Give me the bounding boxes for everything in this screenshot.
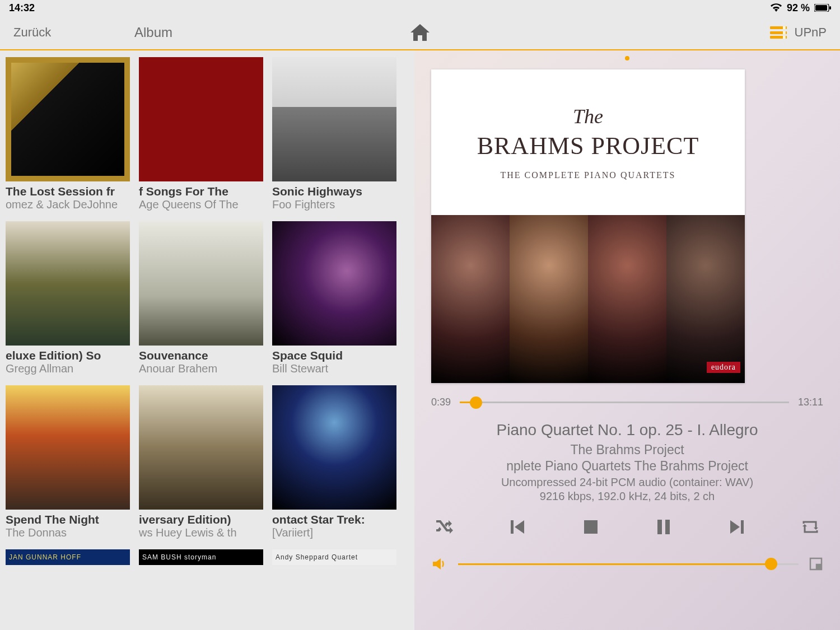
page-indicator-dot — [625, 56, 629, 60]
stop-button[interactable] — [578, 514, 604, 540]
main-content: The Lost Session fr omez & Jack DeJohne … — [0, 50, 840, 630]
album-item[interactable]: Souvenance Anouar Brahem — [139, 221, 268, 375]
album-art-partial[interactable]: Andy Sheppard Quartet — [272, 549, 396, 565]
album-art — [272, 57, 396, 181]
album-item[interactable]: Space Squid Bill Stewart — [272, 221, 401, 375]
svg-rect-9 — [816, 564, 821, 569]
server-icon — [770, 26, 787, 39]
cover-text-title: BRAHMS PROJECT — [477, 132, 699, 160]
album-title: Space Squid — [272, 349, 401, 362]
track-bitrate: 9216 kbps, 192.0 kHz, 24 bits, 2 ch — [414, 490, 840, 503]
album-item[interactable]: iversary Edition) ws Huey Lewis & th — [139, 385, 268, 539]
svg-rect-5 — [657, 520, 662, 534]
status-time: 14:32 — [9, 2, 35, 14]
progress-row: 0:39 13:11 — [431, 396, 823, 408]
home-button[interactable] — [410, 24, 430, 41]
album-artist: omez & Jack DeJohne — [6, 198, 134, 211]
server-selector[interactable]: UPnP — [770, 25, 827, 40]
album-cover[interactable]: The BRAHMS PROJECT THE COMPLETE PIANO QU… — [431, 69, 745, 383]
track-album-line: nplete Piano Quartets The Brahms Project — [414, 459, 840, 474]
status-right: 92 % — [770, 2, 831, 14]
svg-rect-2 — [829, 6, 831, 10]
album-item[interactable]: eluxe Edition) So Gregg Allman — [6, 221, 134, 375]
cover-text-sub: THE COMPLETE PIANO QUARTETS — [500, 170, 675, 180]
album-item[interactable]: Spend The Night The Donnas — [6, 385, 134, 539]
album-art — [6, 385, 130, 510]
album-art — [6, 57, 130, 181]
repeat-button[interactable] — [797, 514, 823, 540]
cover-photo-strip: eudora — [431, 215, 745, 383]
album-art — [139, 385, 263, 510]
now-playing-pane: The BRAHMS PROJECT THE COMPLETE PIANO QU… — [414, 50, 840, 630]
status-bar: 14:32 92 % — [0, 0, 840, 16]
album-art — [272, 221, 396, 346]
pause-button[interactable] — [651, 514, 676, 540]
album-item[interactable]: Sonic Highways Foo Fighters — [272, 57, 401, 211]
progress-thumb[interactable] — [470, 396, 482, 409]
back-button[interactable]: Zurück — [13, 25, 51, 40]
fullscreen-button[interactable] — [809, 557, 823, 571]
album-art — [139, 221, 263, 346]
album-item[interactable]: The Lost Session fr omez & Jack DeJohne — [6, 57, 134, 211]
album-artist: ws Huey Lewis & th — [139, 526, 268, 539]
nav-bar: Zurück Album UPnP — [0, 16, 840, 49]
volume-thumb[interactable] — [765, 558, 777, 570]
track-artist: The Brahms Project — [414, 442, 840, 458]
album-title: iversary Edition) — [139, 513, 268, 526]
volume-fill — [458, 563, 771, 565]
album-art — [139, 57, 263, 181]
volume-row — [431, 556, 823, 572]
server-label: UPnP — [795, 25, 827, 40]
album-artist: Bill Stewart — [272, 362, 401, 375]
battery-percent: 92 % — [787, 2, 810, 14]
track-title: Piano Quartet No. 1 op. 25 - I. Allegro — [414, 421, 840, 439]
album-title: ontact Star Trek: — [272, 513, 401, 526]
album-art-partial[interactable]: JAN GUNNAR HOFF — [6, 549, 130, 565]
wifi-icon — [770, 3, 782, 12]
previous-button[interactable] — [505, 514, 530, 540]
album-artist: Foo Fighters — [272, 198, 401, 211]
svg-rect-1 — [815, 5, 827, 11]
album-title: f Songs For The — [139, 185, 268, 198]
album-art — [6, 221, 130, 346]
page-title: Album — [134, 25, 172, 40]
cover-text-the: The — [573, 105, 603, 128]
volume-slider[interactable] — [458, 563, 799, 565]
album-art-partial[interactable]: SAM BUSH storyman — [139, 549, 263, 565]
album-artist: The Donnas — [6, 526, 134, 539]
album-item[interactable]: f Songs For The Age Queens Of The — [139, 57, 268, 211]
album-title: Spend The Night — [6, 513, 134, 526]
volume-icon[interactable] — [431, 556, 448, 572]
svg-rect-4 — [584, 520, 598, 534]
track-format: Uncompressed 24-bit PCM audio (container… — [414, 476, 840, 489]
album-artist: Age Queens Of The — [139, 198, 268, 211]
playback-controls — [431, 514, 823, 540]
svg-rect-7 — [741, 520, 744, 534]
battery-icon — [814, 4, 831, 12]
album-title: The Lost Session fr — [6, 185, 134, 198]
album-artist: Gregg Allman — [6, 362, 134, 375]
shuffle-button[interactable] — [431, 514, 457, 540]
label-badge: eudora — [707, 362, 740, 373]
track-meta: Piano Quartet No. 1 op. 25 - I. Allegro … — [414, 421, 840, 503]
album-title: Sonic Highways — [272, 185, 401, 198]
album-title: eluxe Edition) So — [6, 349, 134, 362]
time-total: 13:11 — [798, 396, 823, 408]
album-list-pane[interactable]: The Lost Session fr omez & Jack DeJohne … — [0, 50, 414, 630]
time-elapsed: 0:39 — [431, 396, 451, 408]
album-artist: [Variiert] — [272, 526, 401, 539]
album-item[interactable]: ontact Star Trek: [Variiert] — [272, 385, 401, 539]
album-title: Souvenance — [139, 349, 268, 362]
svg-rect-6 — [665, 520, 670, 534]
album-artist: Anouar Brahem — [139, 362, 268, 375]
album-art — [272, 385, 396, 510]
svg-rect-3 — [511, 520, 514, 534]
next-button[interactable] — [724, 514, 750, 540]
progress-slider[interactable] — [460, 402, 789, 403]
